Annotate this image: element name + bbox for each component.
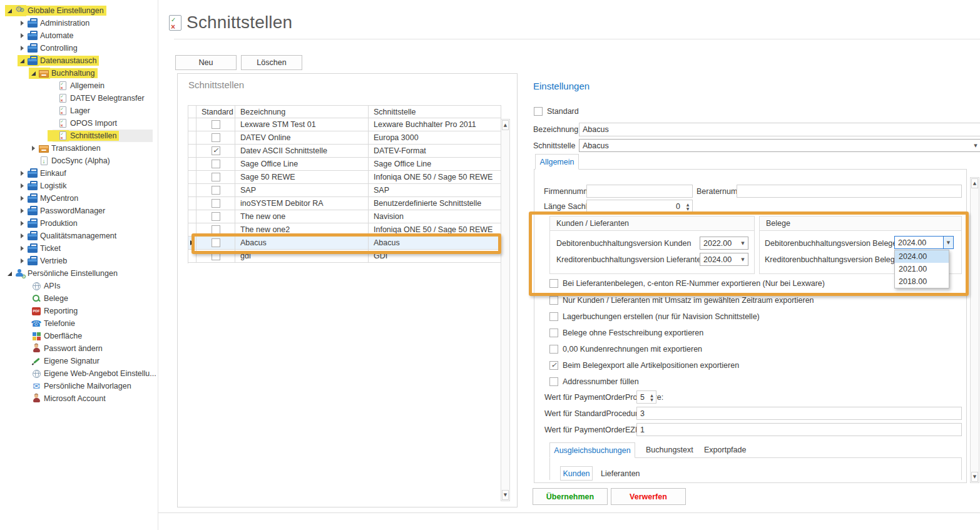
expander-icon[interactable] xyxy=(29,143,38,154)
expander-icon[interactable] xyxy=(18,255,26,267)
tab-lieferanten[interactable]: Lieferanten xyxy=(601,469,640,478)
sidebar-item-telefonie[interactable]: ☎Telefonie xyxy=(0,317,158,330)
standard-checkbox[interactable] xyxy=(212,160,220,168)
sidebar-item-datev-belegtransfer[interactable]: DATEV Belegtransfer xyxy=(0,92,158,104)
schnittstelle-combobox[interactable]: Abacus▼ xyxy=(579,139,980,152)
sidebar-item-logistik[interactable]: Logistik xyxy=(0,180,158,192)
sidebar-item-automate[interactable]: Automate xyxy=(0,29,158,42)
sidebar-item-ticket[interactable]: Ticket xyxy=(0,242,158,255)
debitoren-belege-combobox-open[interactable]: 2024.00▼ xyxy=(894,236,954,249)
expander-icon[interactable] xyxy=(5,268,14,279)
settings-scrollbar[interactable]: ▲ ▼ xyxy=(970,177,979,483)
table-row-selected[interactable]: AbacusAbacus xyxy=(188,237,501,250)
table-row[interactable]: DATEV OnlineEuropa 3000 xyxy=(188,131,501,145)
standard-checkbox[interactable]: ✓ xyxy=(212,146,220,155)
standard-checkbox[interactable] xyxy=(212,173,220,181)
scroll-up-icon[interactable]: ▲ xyxy=(502,120,509,130)
expander-icon[interactable] xyxy=(18,180,26,191)
table-row[interactable]: The new one2Infoniqa ONE 50 / Sage 50 RE… xyxy=(188,223,501,237)
standard-checkbox[interactable] xyxy=(212,212,220,221)
expander-icon[interactable] xyxy=(5,5,14,16)
sidebar-item-persoenliche-einstellungen[interactable]: ⚙Persönliche Einstellungen xyxy=(0,267,158,280)
sidebar-item-belege[interactable]: Belege xyxy=(0,292,158,305)
kreditoren-lieferanten-combobox[interactable]: 2024.00▼ xyxy=(700,253,748,266)
expander-icon[interactable] xyxy=(18,218,26,229)
expander-icon[interactable] xyxy=(18,205,26,217)
kundenrechnungen-checkbox[interactable] xyxy=(549,345,558,354)
scroll-down-icon[interactable]: ▼ xyxy=(502,490,509,500)
column-header-bezeichnung[interactable]: Bezeichnung xyxy=(235,106,369,118)
standard-checkbox[interactable] xyxy=(212,186,220,195)
sidebar-item-buchhaltung[interactable]: Buchhaltung xyxy=(0,67,158,79)
debitoren-kunden-combobox[interactable]: 2022.00▼ xyxy=(700,237,748,250)
standard-checkbox[interactable] xyxy=(212,252,220,260)
expander-icon[interactable] xyxy=(18,230,26,242)
table-row[interactable]: Lexware STM Test 01Lexware Buchhalter Pr… xyxy=(188,118,501,131)
addressnumber-checkbox[interactable] xyxy=(549,377,558,386)
laenge-sachkonto-stepper[interactable]: 0 ▲▼ xyxy=(586,200,693,213)
sidebar-item-administration[interactable]: Administration xyxy=(0,17,158,29)
table-row[interactable]: inoSYSTEM Debitor RABenutzerdefinierte S… xyxy=(188,197,501,210)
table-row[interactable]: gdiGDI xyxy=(188,250,501,263)
standard-checkbox[interactable] xyxy=(212,133,220,142)
tab-exportpfade[interactable]: Exportpfade xyxy=(704,446,746,454)
sidebar-item-schnittstellen[interactable]: Schnittstellen xyxy=(0,130,158,142)
expander-icon[interactable] xyxy=(18,243,26,254)
spinner-arrows-icon[interactable]: ▲▼ xyxy=(683,202,692,211)
table-row[interactable]: Sage 50 REWEInfoniqa ONE 50 / Sage 50 RE… xyxy=(188,171,501,184)
artikelpositionen-checkbox[interactable]: ✓ xyxy=(549,361,558,370)
sidebar-item-docsync[interactable]: DocSync (Alpha) xyxy=(0,155,158,167)
sidebar-item-reporting[interactable]: PDFReporting xyxy=(0,305,158,317)
standard-checkbox[interactable] xyxy=(212,238,220,247)
tab-ausgleichsbuchungen[interactable]: Ausgleichsbuchungen xyxy=(549,442,635,458)
sidebar-item-persoenliche-mailvorlagen[interactable]: ✉Persönliche Mailvorlagen xyxy=(0,380,158,392)
sidebar-item-passwordmanager[interactable]: PasswordManager xyxy=(0,205,158,217)
expander-icon[interactable] xyxy=(18,168,26,179)
sidebar-item-controlling[interactable]: Controlling xyxy=(0,42,158,54)
lagerbuchungen-checkbox[interactable] xyxy=(549,312,558,321)
payment-order-procedure-stepper[interactable]: 5 ▲▼ xyxy=(636,390,656,404)
column-header-schnittstelle[interactable]: Schnittstelle xyxy=(369,106,501,118)
bezeichnung-input[interactable] xyxy=(579,123,980,136)
dropdown-option-2018[interactable]: 2018.00 xyxy=(895,275,949,288)
sidebar-item-lager[interactable]: Lager xyxy=(0,104,158,117)
sidebar-item-apis[interactable]: APIs xyxy=(0,280,158,292)
sidebar-item-transaktionen[interactable]: Transaktionen xyxy=(0,142,158,155)
discard-button[interactable]: Verwerfen xyxy=(611,488,686,505)
sidebar-item-qualitaetsmanagement[interactable]: Qualitätsmanagement xyxy=(0,230,158,242)
umsatz-zeitraum-checkbox[interactable] xyxy=(549,296,558,305)
spinner-arrows-icon[interactable]: ▲▼ xyxy=(648,393,656,402)
apply-button[interactable]: Übernehmen xyxy=(533,488,608,505)
column-header-standard[interactable]: Standard xyxy=(197,106,235,118)
table-row[interactable]: ✓Datev ASCII SchnittstelleDATEV-Format xyxy=(188,145,501,158)
sidebar-item-eigene-web-angebot[interactable]: Eigene Web-Angebot Einstellu... xyxy=(0,367,158,380)
expander-icon[interactable] xyxy=(18,43,26,54)
sidebar-item-eigene-signatur[interactable]: Eigene Signatur xyxy=(0,355,158,367)
expander-icon[interactable] xyxy=(18,18,26,29)
dropdown-option-2024[interactable]: 2024.00 xyxy=(895,250,949,263)
table-row[interactable]: SAPSAP xyxy=(188,184,501,197)
festschreibung-checkbox[interactable] xyxy=(549,329,558,337)
expander-icon[interactable] xyxy=(29,68,38,79)
c-enton-checkbox[interactable] xyxy=(549,279,558,288)
table-scrollbar[interactable]: ▲ ▼ xyxy=(501,119,510,501)
firmennummer-input[interactable] xyxy=(586,185,693,198)
scroll-down-icon[interactable]: ▼ xyxy=(971,472,978,482)
standard-checkbox[interactable] xyxy=(212,199,220,208)
standard-procedure-input[interactable] xyxy=(636,407,962,420)
sidebar-item-vertrieb[interactable]: Vertrieb xyxy=(0,255,158,267)
sidebar-item-produktion[interactable]: Produktion xyxy=(0,217,158,230)
standard-checkbox[interactable] xyxy=(212,120,220,129)
expander-icon[interactable] xyxy=(18,55,26,66)
expander-icon[interactable] xyxy=(18,30,26,41)
sidebar-item-allgemein[interactable]: Allgemein xyxy=(0,79,158,92)
delete-button[interactable]: Löschen xyxy=(241,55,302,70)
sidebar-item-oberflaeche[interactable]: Oberfläche xyxy=(0,330,158,342)
tab-buchungstext[interactable]: Buchungstext xyxy=(646,446,693,454)
sidebar-item-globale-einstellungen[interactable]: Globale Einstellungen xyxy=(0,4,158,17)
expander-icon[interactable] xyxy=(18,193,26,204)
standard-checkbox[interactable] xyxy=(212,225,220,234)
table-row[interactable]: Sage Office LineSage Office Line xyxy=(188,158,501,171)
table-row[interactable]: The new oneNavision xyxy=(188,210,501,223)
payment-order-ez-procedure-input[interactable] xyxy=(636,423,962,436)
